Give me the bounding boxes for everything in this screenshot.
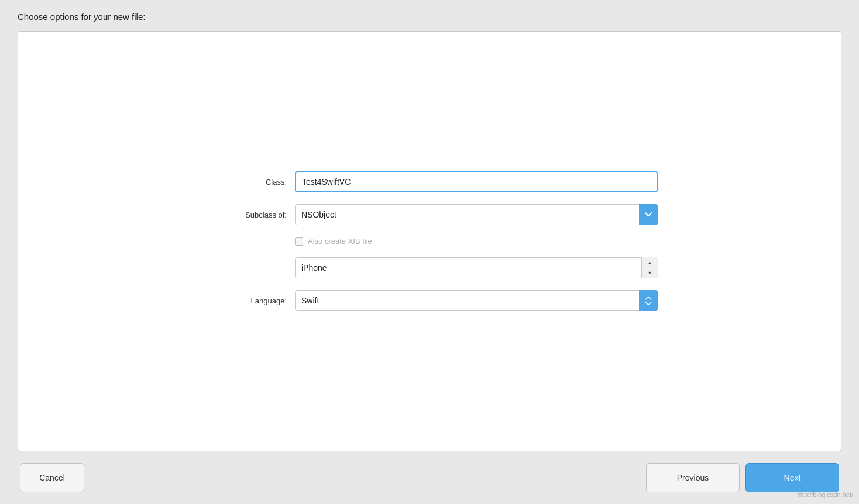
xib-checkbox-row: Also create XIB file — [201, 237, 658, 246]
next-button[interactable]: Next — [745, 463, 839, 492]
subclass-control: NSObject — [295, 204, 658, 225]
language-label: Language: — [201, 296, 295, 305]
subclass-row: Subclass of: NSObject — [201, 204, 658, 225]
page-title: Choose options for your new file: — [18, 12, 841, 22]
main-panel: Class: Subclass of: NSObject — [18, 31, 841, 451]
watermark: http://blog.csdn.net/ — [797, 491, 853, 498]
cancel-button[interactable]: Cancel — [20, 463, 84, 492]
xib-label: Also create XIB file — [308, 237, 372, 246]
device-stepper-down[interactable]: ▼ — [642, 268, 658, 279]
device-stepper-up[interactable]: ▲ — [642, 257, 658, 268]
xib-checkbox[interactable] — [295, 237, 303, 246]
bottom-bar: Cancel Previous Next — [18, 463, 841, 492]
device-stepper-arrows: ▲ ▼ — [641, 257, 658, 278]
class-row: Class: — [201, 171, 658, 192]
subclass-select[interactable]: NSObject — [295, 204, 658, 225]
language-row: Language: Swift Objective-C — [201, 290, 658, 311]
language-dropdown-wrapper: Swift Objective-C — [295, 290, 658, 311]
device-control: iPhone iPad Universal ▲ ▼ — [295, 257, 658, 278]
class-control — [295, 171, 658, 192]
device-stepper-wrapper: iPhone iPad Universal ▲ ▼ — [295, 257, 658, 278]
class-label: Class: — [201, 178, 295, 187]
bottom-right: Previous Next — [646, 463, 839, 492]
language-select[interactable]: Swift Objective-C — [295, 290, 658, 311]
device-row: iPhone iPad Universal ▲ ▼ — [201, 257, 658, 278]
previous-button[interactable]: Previous — [646, 463, 740, 492]
form-area: Class: Subclass of: NSObject — [201, 171, 658, 311]
subclass-label: Subclass of: — [201, 210, 295, 219]
device-select[interactable]: iPhone iPad Universal — [295, 257, 658, 278]
bottom-left: Cancel — [20, 463, 84, 492]
language-control: Swift Objective-C — [295, 290, 658, 311]
subclass-dropdown-wrapper: NSObject — [295, 204, 658, 225]
class-input[interactable] — [295, 171, 658, 192]
